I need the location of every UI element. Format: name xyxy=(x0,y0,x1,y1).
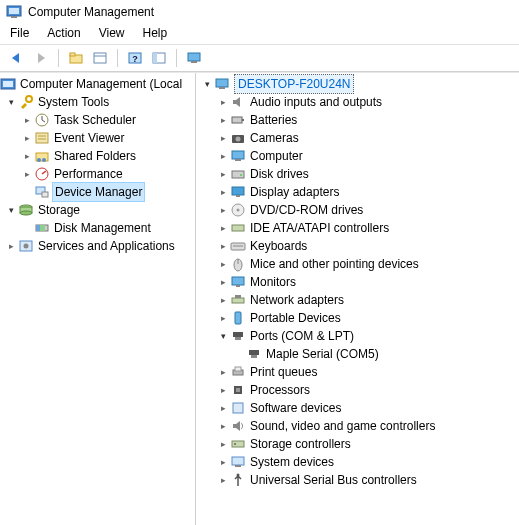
svg-point-28 xyxy=(20,211,32,215)
expand-arrow-icon[interactable]: ▸ xyxy=(20,152,34,161)
menu-help[interactable]: Help xyxy=(143,26,168,40)
monitor-button[interactable] xyxy=(183,47,205,69)
properties-button[interactable] xyxy=(89,47,111,69)
dvd-icon xyxy=(230,202,246,218)
up-button[interactable] xyxy=(65,47,87,69)
help-button[interactable]: ? xyxy=(124,47,146,69)
expand-arrow-icon[interactable]: ▸ xyxy=(4,242,18,251)
expand-arrow-icon[interactable]: ▸ xyxy=(216,296,230,305)
performance-icon xyxy=(34,166,50,182)
cat-portable[interactable]: ▸Portable Devices xyxy=(196,309,519,327)
svg-rect-55 xyxy=(232,298,244,303)
cat-software[interactable]: ▸Software devices xyxy=(196,399,519,417)
cat-cameras[interactable]: ▸Cameras xyxy=(196,129,519,147)
cat-print[interactable]: ▸Print queues xyxy=(196,363,519,381)
tree-device-manager[interactable]: Device Manager xyxy=(0,183,195,201)
cat-storage-ctrl[interactable]: ▸Storage controllers xyxy=(196,435,519,453)
cat-system-devices[interactable]: ▸System devices xyxy=(196,453,519,471)
expand-arrow-icon[interactable]: ▸ xyxy=(216,188,230,197)
expand-arrow-icon[interactable]: ▸ xyxy=(216,170,230,179)
ports-label: Ports (COM & LPT) xyxy=(250,327,354,345)
expand-arrow-icon[interactable]: ▸ xyxy=(216,260,230,269)
expand-arrow-icon[interactable]: ▸ xyxy=(216,386,230,395)
cat-monitors[interactable]: ▸Monitors xyxy=(196,273,519,291)
expand-arrow-icon[interactable]: ▸ xyxy=(216,242,230,251)
expand-arrow-icon[interactable]: ▸ xyxy=(216,134,230,143)
svg-rect-17 xyxy=(36,133,48,143)
cat-usb[interactable]: ▸Universal Serial Bus controllers xyxy=(196,471,519,489)
left-tree[interactable]: Computer Management (Local ▾ System Tool… xyxy=(0,73,196,525)
portable-label: Portable Devices xyxy=(250,309,341,327)
expand-arrow-icon[interactable]: ▾ xyxy=(200,80,214,89)
svg-rect-67 xyxy=(232,441,244,447)
cat-network[interactable]: ▸Network adapters xyxy=(196,291,519,309)
services-icon xyxy=(18,238,34,254)
svg-rect-69 xyxy=(232,457,244,465)
expand-arrow-icon[interactable]: ▸ xyxy=(216,152,230,161)
show-hide-button[interactable] xyxy=(148,47,170,69)
forward-button[interactable] xyxy=(30,47,52,69)
cat-ports[interactable]: ▾Ports (COM & LPT) xyxy=(196,327,519,345)
expand-arrow-icon[interactable]: ▸ xyxy=(216,224,230,233)
svg-rect-70 xyxy=(235,465,241,467)
expand-arrow-icon[interactable]: ▸ xyxy=(20,116,34,125)
menubar: File Action View Help xyxy=(0,24,519,44)
network-label: Network adapters xyxy=(250,291,344,309)
tree-disk-management[interactable]: Disk Management xyxy=(0,219,195,237)
expand-arrow-icon[interactable]: ▸ xyxy=(216,404,230,413)
tree-system-tools[interactable]: ▾ System Tools xyxy=(0,93,195,111)
tree-event-viewer[interactable]: ▸ Event Viewer xyxy=(0,129,195,147)
ports-icon xyxy=(230,328,246,344)
tree-services-apps[interactable]: ▸ Services and Applications xyxy=(0,237,195,255)
cat-display[interactable]: ▸Display adapters xyxy=(196,183,519,201)
menu-action[interactable]: Action xyxy=(47,26,80,40)
tree-performance[interactable]: ▸ Performance xyxy=(0,165,195,183)
expand-arrow-icon[interactable]: ▸ xyxy=(216,476,230,485)
expand-arrow-icon[interactable]: ▾ xyxy=(4,206,18,215)
svg-text:?: ? xyxy=(132,54,138,64)
svg-rect-53 xyxy=(232,277,244,285)
storage-label: Storage xyxy=(38,201,80,219)
tree-storage[interactable]: ▾ Storage xyxy=(0,201,195,219)
cat-mice[interactable]: ▸Mice and other pointing devices xyxy=(196,255,519,273)
device-maple-serial[interactable]: Maple Serial (COM5) xyxy=(196,345,519,363)
tree-task-scheduler[interactable]: ▸ Task Scheduler xyxy=(0,111,195,129)
cat-batteries[interactable]: ▸Batteries xyxy=(196,111,519,129)
expand-arrow-icon[interactable]: ▸ xyxy=(216,314,230,323)
svg-rect-36 xyxy=(232,117,242,123)
cat-keyboards[interactable]: ▸Keyboards xyxy=(196,237,519,255)
cat-processors[interactable]: ▸Processors xyxy=(196,381,519,399)
cat-sound[interactable]: ▸Sound, video and game controllers xyxy=(196,417,519,435)
tree-root[interactable]: Computer Management (Local xyxy=(0,75,195,93)
menu-view[interactable]: View xyxy=(99,26,125,40)
expand-arrow-icon[interactable]: ▸ xyxy=(216,422,230,431)
system-label: System devices xyxy=(250,453,334,471)
expand-arrow-icon[interactable]: ▸ xyxy=(20,170,34,179)
cat-computer[interactable]: ▸Computer xyxy=(196,147,519,165)
display-label: Display adapters xyxy=(250,183,339,201)
tree-shared-folders[interactable]: ▸ Shared Folders xyxy=(0,147,195,165)
toolbar-separator-3 xyxy=(176,49,177,67)
expand-arrow-icon[interactable]: ▸ xyxy=(216,278,230,287)
cat-ide[interactable]: ▸IDE ATA/ATAPI controllers xyxy=(196,219,519,237)
right-tree[interactable]: ▾ DESKTOP-F20U24N ▸Audio inputs and outp… xyxy=(196,73,519,525)
expand-arrow-icon[interactable]: ▾ xyxy=(216,332,230,341)
dvd-label: DVD/CD-ROM drives xyxy=(250,201,363,219)
svg-point-15 xyxy=(26,96,32,102)
tree-root-label: Computer Management (Local xyxy=(20,75,182,93)
expand-arrow-icon[interactable]: ▸ xyxy=(216,116,230,125)
expand-arrow-icon[interactable]: ▸ xyxy=(216,206,230,215)
menu-file[interactable]: File xyxy=(10,26,29,40)
expand-arrow-icon[interactable]: ▸ xyxy=(20,134,34,143)
cat-disk-drives[interactable]: ▸Disk drives xyxy=(196,165,519,183)
expand-arrow-icon[interactable]: ▾ xyxy=(4,98,18,107)
cat-audio[interactable]: ▸Audio inputs and outputs xyxy=(196,93,519,111)
disk-management-label: Disk Management xyxy=(54,219,151,237)
device-root[interactable]: ▾ DESKTOP-F20U24N xyxy=(196,75,519,93)
expand-arrow-icon[interactable]: ▸ xyxy=(216,98,230,107)
back-button[interactable] xyxy=(6,47,28,69)
expand-arrow-icon[interactable]: ▸ xyxy=(216,440,230,449)
expand-arrow-icon[interactable]: ▸ xyxy=(216,368,230,377)
cat-dvd[interactable]: ▸DVD/CD-ROM drives xyxy=(196,201,519,219)
expand-arrow-icon[interactable]: ▸ xyxy=(216,458,230,467)
